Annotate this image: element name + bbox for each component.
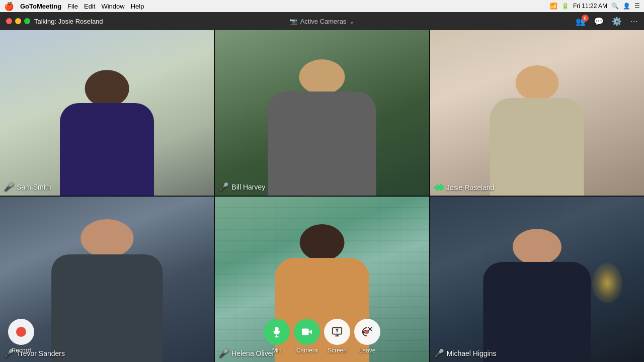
traffic-lights [6, 18, 30, 24]
help-menu[interactable]: Help [131, 3, 144, 10]
view-mode-label: Active Cameras [300, 18, 347, 25]
screen-label: Screen [328, 347, 347, 354]
helena-oliver-mic-icon: 🎤 [219, 348, 229, 358]
search-icon[interactable]: 🔍 [611, 3, 619, 10]
settings-button[interactable]: ⚙️ [612, 17, 622, 26]
wifi-icon: 📶 [550, 3, 557, 10]
record-button[interactable]: Record [8, 319, 34, 354]
video-grid: 🎤 Sam Smith 🎤 Bill Harvey [0, 30, 644, 362]
mic-button[interactable]: Mic [264, 319, 290, 354]
participants-badge: 8 [582, 15, 589, 22]
menubar-right: 📶 🔋 Fri 11:22 AM 🔍 👤 ☰ [550, 3, 640, 10]
svg-rect-2 [302, 329, 309, 335]
video-cell-michael-higgins: 🎤 Michael Higgins [430, 197, 644, 362]
file-menu[interactable]: File [67, 3, 78, 10]
josie-waveform-icon [434, 184, 444, 192]
leave-label: Leave [359, 347, 376, 354]
edit-menu[interactable]: Edit [84, 3, 95, 10]
more-icon: ⋯ [630, 17, 638, 26]
record-label: Record [12, 347, 31, 354]
titlebar-right: 👥 8 💬 ⚙️ ⋯ [576, 17, 638, 26]
view-mode-selector[interactable]: 📷 Active Cameras ⌄ [289, 18, 355, 25]
gear-icon: ⚙️ [612, 17, 622, 26]
mic-button-circle [264, 319, 290, 345]
leave-button[interactable]: Leave [354, 319, 380, 354]
maximize-button[interactable] [24, 18, 30, 24]
bill-harvey-mic-icon: 🎤 [219, 182, 229, 192]
video-cell-bill-harvey: 🎤 Bill Harvey [215, 30, 429, 196]
user-icon[interactable]: 👤 [623, 3, 630, 10]
menubar-left: 🍎 GoToMeeting File Edit Window Help [4, 2, 144, 11]
camera-icon: 📷 [289, 18, 297, 25]
more-button[interactable]: ⋯ [630, 17, 638, 26]
video-cell-sam-smith: 🎤 Sam Smith [0, 30, 214, 196]
camera-button[interactable]: Camera [294, 319, 320, 354]
josie-roseland-label: Josie Roseland [434, 184, 495, 192]
menubar: 🍎 GoToMeeting File Edit Window Help 📶 🔋 … [0, 0, 644, 12]
chat-button[interactable]: 💬 [594, 17, 604, 26]
control-center-icon[interactable]: ☰ [634, 3, 640, 10]
screen-button-circle [324, 319, 350, 345]
record-dot-icon [16, 327, 26, 337]
chevron-down-icon: ⌄ [349, 18, 355, 25]
mic-label: Mic [272, 347, 282, 354]
bill-harvey-label: 🎤 Bill Harvey [219, 182, 265, 192]
toolbar: Mic Camera [264, 319, 380, 354]
bill-harvey-name: Bill Harvey [231, 183, 265, 191]
michael-higgins-label: 🎤 Michael Higgins [434, 348, 497, 358]
sam-smith-mic-icon: 🎤 [4, 182, 14, 192]
video-cell-trevor-sanders: 🎤 Trevor Sanders Record [0, 197, 214, 362]
video-cell-helena-oliver: 🎤 Helena Oliver Mic [215, 197, 429, 362]
camera-button-circle [294, 319, 320, 345]
app-menu[interactable]: GoToMeeting [20, 3, 61, 10]
screen-button[interactable]: Screen [324, 319, 350, 354]
record-circle [8, 319, 34, 345]
sam-smith-name: Sam Smith [17, 183, 51, 191]
apple-menu[interactable]: 🍎 [4, 2, 14, 11]
minimize-button[interactable] [15, 18, 21, 24]
chat-icon: 💬 [594, 17, 604, 26]
sam-smith-label: 🎤 Sam Smith [4, 182, 51, 192]
close-button[interactable] [6, 18, 12, 24]
titlebar: Talking: Josie Roseland 📷 Active Cameras… [0, 12, 644, 30]
window-menu[interactable]: Window [101, 3, 124, 10]
michael-higgins-mic-icon: 🎤 [434, 348, 444, 358]
titlebar-left: Talking: Josie Roseland [6, 18, 103, 25]
leave-button-circle [354, 319, 380, 345]
clock: Fri 11:22 AM [573, 3, 607, 10]
camera-label: Camera [296, 347, 318, 354]
talking-status: Talking: Josie Roseland [34, 18, 103, 25]
michael-higgins-name: Michael Higgins [447, 349, 497, 357]
video-cell-josie-roseland: Josie Roseland [430, 30, 644, 196]
josie-roseland-name: Josie Roseland [446, 184, 495, 192]
participants-button[interactable]: 👥 8 [576, 17, 586, 26]
battery-icon: 🔋 [561, 3, 569, 10]
